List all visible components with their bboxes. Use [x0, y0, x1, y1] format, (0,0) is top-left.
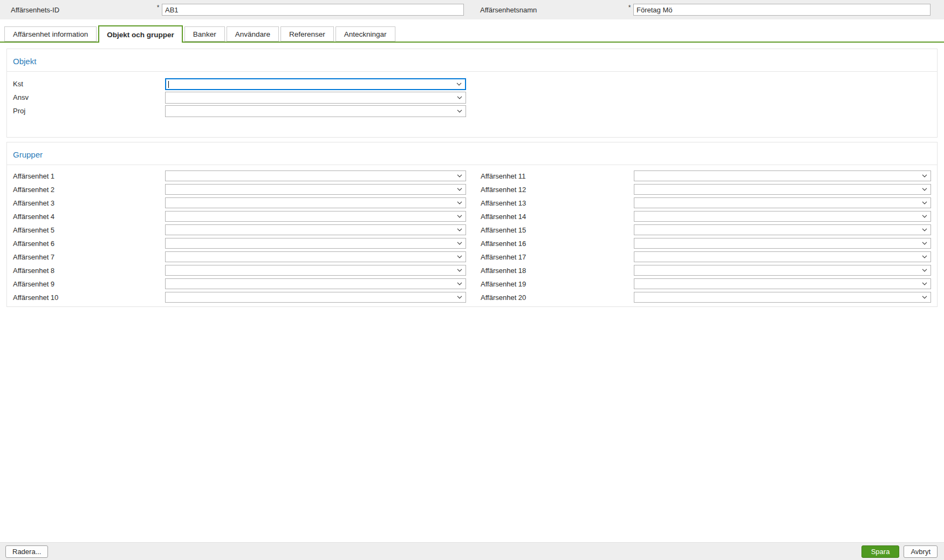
- tab-referenser[interactable]: Referenser: [281, 26, 334, 42]
- chevron-down-icon: [922, 269, 927, 272]
- affarsenhet-16-combobox[interactable]: [634, 238, 931, 249]
- affarsenhet-13-combobox[interactable]: [634, 197, 931, 208]
- required-marker: *: [154, 4, 162, 11]
- affarsenhet-9-label: Affärsenhet 9: [13, 280, 165, 288]
- chevron-down-icon: [457, 282, 462, 285]
- proj-combobox[interactable]: [165, 105, 466, 117]
- affarsenhet-13-label: Affärsenhet 13: [466, 199, 634, 207]
- affarsenhet-7-combobox[interactable]: [165, 251, 466, 262]
- affarsenhet-6-combobox[interactable]: [165, 238, 466, 249]
- tab-bar: Affärsenhet informationObjekt och gruppe…: [0, 19, 944, 43]
- affarsenhet-5-combobox[interactable]: [165, 224, 466, 235]
- affarsenhet-8-label: Affärsenhet 8: [13, 267, 165, 275]
- affarsenhet-11-label: Affärsenhet 11: [466, 172, 634, 180]
- chevron-down-icon: [457, 188, 462, 191]
- chevron-down-icon: [457, 242, 462, 245]
- cancel-button[interactable]: Avbryt: [904, 545, 938, 558]
- save-button[interactable]: Spara: [861, 545, 900, 558]
- chevron-down-icon: [922, 242, 927, 245]
- chevron-down-icon: [922, 296, 927, 299]
- affarsenhet-20-label: Affärsenhet 20: [466, 293, 634, 302]
- kst-label: Kst: [13, 80, 165, 88]
- grupper-rows: Affärsenhet 1 Affärsenhet 11 Affärsenhet…: [7, 170, 937, 303]
- ansv-label: Ansv: [13, 93, 165, 101]
- chevron-down-icon: [457, 174, 462, 177]
- chevron-down-icon: [457, 110, 462, 113]
- grupper-section: Grupper Affärsenhet 1 Affärsenhet 11 Aff…: [6, 142, 938, 307]
- tab-objekt-och-grupper[interactable]: Objekt och grupper: [98, 25, 183, 43]
- form-row: Proj: [13, 104, 931, 118]
- chevron-down-icon: [457, 269, 462, 272]
- required-marker: *: [626, 4, 633, 11]
- form-row: Kst: [13, 77, 931, 91]
- affarsenhet-3-label: Affärsenhet 3: [13, 199, 165, 207]
- delete-button[interactable]: Radera...: [5, 545, 48, 558]
- footer-bar: Radera... Spara Avbryt: [0, 542, 944, 560]
- affarsenhet-1-label: Affärsenhet 1: [13, 172, 165, 180]
- section-divider: [7, 165, 937, 165]
- objekt-rows: Kst Ansv Proj: [7, 77, 937, 118]
- affarsenhet-2-label: Affärsenhet 2: [13, 186, 165, 194]
- affarsenhet-19-label: Affärsenhet 19: [466, 280, 634, 288]
- chevron-down-icon: [922, 201, 927, 204]
- chevron-down-icon: [457, 255, 462, 258]
- ansv-combobox[interactable]: [165, 92, 466, 104]
- objekt-section: Objekt Kst Ansv Proj: [6, 49, 938, 138]
- form-row: Ansv: [13, 91, 931, 104]
- chevron-down-icon: [456, 83, 462, 86]
- affarsenhet-4-label: Affärsenhet 4: [13, 213, 165, 221]
- affarsenhet-2-combobox[interactable]: [165, 184, 466, 195]
- affarsenhet-10-combobox[interactable]: [165, 292, 466, 303]
- affarsenhet-18-combobox[interactable]: [634, 265, 931, 276]
- affarsenhet-15-label: Affärsenhet 15: [466, 226, 634, 234]
- proj-label: Proj: [13, 107, 165, 115]
- tab-affarsenhet-information[interactable]: Affärsenhet information: [4, 26, 97, 42]
- affarsenhets-id-label: Affärsenhets-ID: [11, 6, 154, 14]
- text-cursor: [168, 81, 169, 88]
- affarsenhet-17-combobox[interactable]: [634, 251, 931, 262]
- affarsenhet-5-label: Affärsenhet 5: [13, 226, 165, 234]
- tab-anvandare[interactable]: Användare: [227, 26, 279, 42]
- affarsenhet-3-combobox[interactable]: [165, 197, 466, 208]
- affarsenhet-15-combobox[interactable]: [634, 224, 931, 235]
- chevron-down-icon: [922, 174, 927, 177]
- affarsenhetsnamn-input[interactable]: [633, 4, 931, 16]
- affarsenhet-1-combobox[interactable]: [165, 170, 466, 181]
- section-divider: [7, 71, 937, 72]
- affarsenhet-18-label: Affärsenhet 18: [466, 267, 634, 275]
- affarsenhet-20-combobox[interactable]: [634, 292, 931, 303]
- affarsenhet-8-combobox[interactable]: [165, 265, 466, 276]
- affarsenhet-9-combobox[interactable]: [165, 278, 466, 289]
- affarsenhets-id-input[interactable]: [162, 4, 464, 16]
- chevron-down-icon: [922, 228, 927, 231]
- chevron-down-icon: [922, 282, 927, 285]
- affarsenhet-4-combobox[interactable]: [165, 211, 466, 222]
- affarsenhet-14-combobox[interactable]: [634, 211, 931, 222]
- affarsenhet-10-label: Affärsenhet 10: [13, 293, 165, 302]
- header-field-affarsenhetsnamn: Affärsenhetsnamn *: [480, 4, 931, 16]
- affarsenhet-14-label: Affärsenhet 14: [466, 213, 634, 221]
- affarsenhet-12-label: Affärsenhet 12: [466, 186, 634, 194]
- tab-anteckningar[interactable]: Anteckningar: [336, 26, 395, 42]
- affarsenhet-19-combobox[interactable]: [634, 278, 931, 289]
- chevron-down-icon: [457, 228, 462, 231]
- chevron-down-icon: [457, 96, 462, 99]
- chevron-down-icon: [922, 215, 927, 218]
- chevron-down-icon: [457, 215, 462, 218]
- chevron-down-icon: [922, 188, 927, 191]
- header-field-bar: Affärsenhets-ID * Affärsenhetsnamn *: [0, 0, 944, 19]
- chevron-down-icon: [457, 296, 462, 299]
- affarsenhet-6-label: Affärsenhet 6: [13, 240, 165, 248]
- app-window: Affärsenhets-ID * Affärsenhetsnamn * Aff…: [0, 0, 944, 307]
- objekt-section-title: Objekt: [7, 49, 937, 66]
- affarsenhet-12-combobox[interactable]: [634, 184, 931, 195]
- affarsenhet-16-label: Affärsenhet 16: [466, 240, 634, 248]
- affarsenhet-11-combobox[interactable]: [634, 170, 931, 181]
- kst-combobox[interactable]: [165, 78, 466, 90]
- tab-banker[interactable]: Banker: [184, 26, 225, 42]
- grupper-section-title: Grupper: [7, 142, 937, 159]
- affarsenhet-7-label: Affärsenhet 7: [13, 253, 165, 261]
- affarsenhet-17-label: Affärsenhet 17: [466, 253, 634, 261]
- footer-actions: Spara Avbryt: [861, 545, 938, 558]
- chevron-down-icon: [922, 255, 927, 258]
